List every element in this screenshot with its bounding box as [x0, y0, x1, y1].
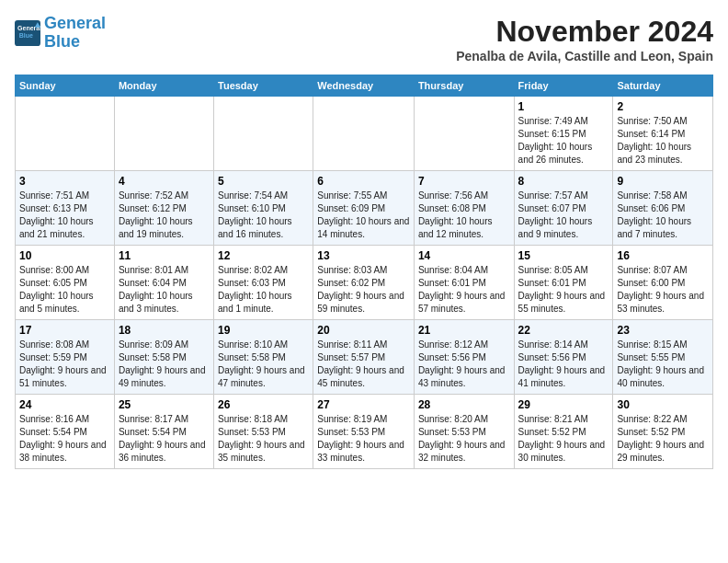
day-info: Sunrise: 8:16 AM Sunset: 5:54 PM Dayligh… — [19, 413, 110, 465]
calendar-cell: 29Sunrise: 8:21 AM Sunset: 5:52 PM Dayli… — [514, 395, 613, 469]
day-number: 15 — [518, 249, 609, 262]
day-number: 29 — [518, 398, 609, 411]
day-info: Sunrise: 7:56 AM Sunset: 6:08 PM Dayligh… — [418, 190, 510, 241]
day-info: Sunrise: 8:20 AM Sunset: 5:53 PM Dayligh… — [418, 413, 510, 465]
day-number: 11 — [119, 249, 210, 262]
day-info: Sunrise: 7:51 AM Sunset: 6:13 PM Dayligh… — [19, 190, 110, 241]
day-number: 5 — [218, 175, 309, 188]
day-info: Sunrise: 8:04 AM Sunset: 6:01 PM Dayligh… — [418, 264, 510, 316]
svg-text:Blue: Blue — [19, 31, 33, 38]
logo-icon: General Blue — [15, 20, 40, 46]
calendar-cell: 23Sunrise: 8:15 AM Sunset: 5:55 PM Dayli… — [613, 320, 713, 395]
weekday-header-thursday: Thursday — [414, 75, 514, 97]
calendar-table: SundayMondayTuesdayWednesdayThursdayFrid… — [15, 75, 713, 469]
calendar-cell: 9Sunrise: 7:58 AM Sunset: 6:06 PM Daylig… — [613, 171, 713, 246]
calendar-cell — [414, 97, 514, 171]
day-info: Sunrise: 8:15 AM Sunset: 5:55 PM Dayligh… — [617, 339, 709, 390]
day-info: Sunrise: 8:18 AM Sunset: 5:53 PM Dayligh… — [218, 413, 309, 465]
day-info: Sunrise: 8:11 AM Sunset: 5:57 PM Dayligh… — [317, 339, 410, 390]
calendar-cell: 25Sunrise: 8:17 AM Sunset: 5:54 PM Dayli… — [114, 395, 213, 469]
day-number: 13 — [317, 249, 410, 262]
day-info: Sunrise: 8:12 AM Sunset: 5:56 PM Dayligh… — [418, 339, 510, 390]
day-number: 4 — [119, 175, 210, 188]
calendar-cell: 1Sunrise: 7:49 AM Sunset: 6:15 PM Daylig… — [514, 97, 613, 171]
day-info: Sunrise: 7:54 AM Sunset: 6:10 PM Dayligh… — [218, 190, 309, 241]
day-number: 21 — [418, 324, 510, 337]
logo-line1: General — [44, 14, 106, 32]
calendar-cell — [214, 97, 313, 171]
calendar-week-4: 17Sunrise: 8:08 AM Sunset: 5:59 PM Dayli… — [16, 320, 713, 395]
day-number: 25 — [119, 398, 210, 411]
day-info: Sunrise: 7:50 AM Sunset: 6:14 PM Dayligh… — [617, 115, 709, 167]
day-number: 23 — [617, 324, 709, 337]
day-number: 7 — [418, 175, 510, 188]
calendar-cell: 7Sunrise: 7:56 AM Sunset: 6:08 PM Daylig… — [414, 171, 514, 246]
calendar-cell: 21Sunrise: 8:12 AM Sunset: 5:56 PM Dayli… — [414, 320, 514, 395]
calendar-cell: 30Sunrise: 8:22 AM Sunset: 5:52 PM Dayli… — [613, 395, 713, 469]
calendar-cell: 24Sunrise: 8:16 AM Sunset: 5:54 PM Dayli… — [16, 395, 115, 469]
day-number: 17 — [19, 324, 110, 337]
weekday-header-tuesday: Tuesday — [214, 75, 313, 97]
calendar-cell: 17Sunrise: 8:08 AM Sunset: 5:59 PM Dayli… — [16, 320, 115, 395]
day-number: 28 — [418, 398, 510, 411]
calendar-cell: 5Sunrise: 7:54 AM Sunset: 6:10 PM Daylig… — [214, 171, 313, 246]
calendar-cell: 26Sunrise: 8:18 AM Sunset: 5:53 PM Dayli… — [214, 395, 313, 469]
day-number: 3 — [19, 175, 110, 188]
day-info: Sunrise: 8:21 AM Sunset: 5:52 PM Dayligh… — [518, 413, 609, 465]
day-number: 9 — [617, 175, 709, 188]
calendar-cell: 4Sunrise: 7:52 AM Sunset: 6:12 PM Daylig… — [114, 171, 213, 246]
day-number: 10 — [19, 249, 110, 262]
day-info: Sunrise: 8:17 AM Sunset: 5:54 PM Dayligh… — [119, 413, 210, 465]
weekday-header-friday: Friday — [514, 75, 613, 97]
day-number: 30 — [617, 398, 709, 411]
weekday-header-sunday: Sunday — [16, 75, 115, 97]
day-number: 2 — [617, 100, 709, 113]
day-info: Sunrise: 7:49 AM Sunset: 6:15 PM Dayligh… — [518, 115, 609, 167]
calendar-cell: 16Sunrise: 8:07 AM Sunset: 6:00 PM Dayli… — [613, 246, 713, 320]
calendar-cell: 10Sunrise: 8:00 AM Sunset: 6:05 PM Dayli… — [16, 246, 115, 320]
day-number: 18 — [119, 324, 210, 337]
day-info: Sunrise: 8:08 AM Sunset: 5:59 PM Dayligh… — [19, 339, 110, 390]
day-number: 20 — [317, 324, 410, 337]
day-info: Sunrise: 8:07 AM Sunset: 6:00 PM Dayligh… — [617, 264, 709, 316]
day-info: Sunrise: 8:03 AM Sunset: 6:02 PM Dayligh… — [317, 264, 410, 316]
day-number: 27 — [317, 398, 410, 411]
calendar-cell: 13Sunrise: 8:03 AM Sunset: 6:02 PM Dayli… — [313, 246, 415, 320]
logo: General Blue General Blue — [15, 15, 106, 52]
calendar-week-5: 24Sunrise: 8:16 AM Sunset: 5:54 PM Dayli… — [16, 395, 713, 469]
calendar-cell: 18Sunrise: 8:09 AM Sunset: 5:58 PM Dayli… — [114, 320, 213, 395]
day-number: 19 — [218, 324, 309, 337]
calendar-cell — [114, 97, 213, 171]
day-number: 6 — [317, 175, 410, 188]
title-section: November 2024 Penalba de Avila, Castille… — [456, 15, 713, 63]
calendar-cell: 27Sunrise: 8:19 AM Sunset: 5:53 PM Dayli… — [313, 395, 415, 469]
day-info: Sunrise: 8:22 AM Sunset: 5:52 PM Dayligh… — [617, 413, 709, 465]
calendar-cell: 12Sunrise: 8:02 AM Sunset: 6:03 PM Dayli… — [214, 246, 313, 320]
day-info: Sunrise: 8:01 AM Sunset: 6:04 PM Dayligh… — [119, 264, 210, 316]
weekday-header-wednesday: Wednesday — [313, 75, 415, 97]
day-number: 14 — [418, 249, 510, 262]
calendar-week-2: 3Sunrise: 7:51 AM Sunset: 6:13 PM Daylig… — [16, 171, 713, 246]
day-info: Sunrise: 8:09 AM Sunset: 5:58 PM Dayligh… — [119, 339, 210, 390]
logo-line2: Blue — [44, 32, 80, 51]
day-info: Sunrise: 7:55 AM Sunset: 6:09 PM Dayligh… — [317, 190, 410, 241]
day-info: Sunrise: 8:00 AM Sunset: 6:05 PM Dayligh… — [19, 264, 110, 316]
day-info: Sunrise: 8:05 AM Sunset: 6:01 PM Dayligh… — [518, 264, 609, 316]
location-subtitle: Penalba de Avila, Castille and Leon, Spa… — [456, 49, 713, 63]
weekday-header-monday: Monday — [114, 75, 213, 97]
day-number: 1 — [518, 100, 609, 113]
calendar-cell: 3Sunrise: 7:51 AM Sunset: 6:13 PM Daylig… — [16, 171, 115, 246]
month-title: November 2024 — [456, 15, 713, 49]
calendar-cell: 8Sunrise: 7:57 AM Sunset: 6:07 PM Daylig… — [514, 171, 613, 246]
calendar-cell — [313, 97, 415, 171]
day-number: 22 — [518, 324, 609, 337]
day-number: 12 — [218, 249, 309, 262]
day-info: Sunrise: 8:10 AM Sunset: 5:58 PM Dayligh… — [218, 339, 309, 390]
day-number: 16 — [617, 249, 709, 262]
calendar-cell: 6Sunrise: 7:55 AM Sunset: 6:09 PM Daylig… — [313, 171, 415, 246]
day-number: 26 — [218, 398, 309, 411]
day-info: Sunrise: 7:58 AM Sunset: 6:06 PM Dayligh… — [617, 190, 709, 241]
calendar-cell: 20Sunrise: 8:11 AM Sunset: 5:57 PM Dayli… — [313, 320, 415, 395]
day-number: 24 — [19, 398, 110, 411]
calendar-cell: 11Sunrise: 8:01 AM Sunset: 6:04 PM Dayli… — [114, 246, 213, 320]
